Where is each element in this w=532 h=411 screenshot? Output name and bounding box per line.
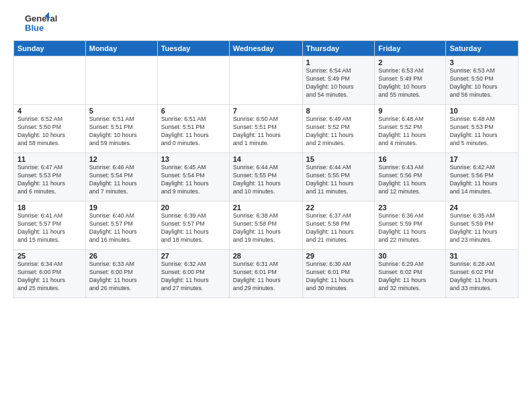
day-number: 16 [378,155,442,163]
day-number: 15 [306,155,371,163]
day-number: 29 [306,252,371,260]
svg-text:General: General [25,13,57,24]
calendar-cell: 21Sunrise: 6:38 AM Sunset: 5:58 PM Dayli… [229,201,302,250]
day-number: 17 [449,155,515,163]
day-info: Sunrise: 6:34 AM Sunset: 6:00 PM Dayligh… [17,261,82,293]
day-number: 19 [89,203,154,212]
calendar-cell: 24Sunrise: 6:35 AM Sunset: 5:59 PM Dayli… [446,201,519,250]
day-number: 21 [233,203,299,212]
calendar-cell [14,56,86,105]
day-info: Sunrise: 6:29 AM Sunset: 6:02 PM Dayligh… [378,261,442,293]
calendar-week-row: 4Sunrise: 6:52 AM Sunset: 5:50 PM Daylig… [14,105,519,153]
header: General Blue [13,11,519,35]
calendar-cell: 25Sunrise: 6:34 AM Sunset: 6:00 PM Dayli… [14,250,86,298]
calendar-cell: 17Sunrise: 6:42 AM Sunset: 5:56 PM Dayli… [446,153,519,201]
day-number: 30 [378,252,442,260]
calendar-cell: 30Sunrise: 6:29 AM Sunset: 6:02 PM Dayli… [375,250,446,298]
day-number: 22 [306,203,371,212]
day-info: Sunrise: 6:42 AM Sunset: 5:56 PM Dayligh… [449,164,515,196]
day-info: Sunrise: 6:39 AM Sunset: 5:57 PM Dayligh… [161,212,226,244]
calendar-cell: 7Sunrise: 6:50 AM Sunset: 5:51 PM Daylig… [229,105,302,153]
day-info: Sunrise: 6:52 AM Sunset: 5:50 PM Dayligh… [17,116,82,148]
calendar-week-row: 1Sunrise: 6:54 AM Sunset: 5:49 PM Daylig… [14,56,519,105]
day-info: Sunrise: 6:43 AM Sunset: 5:56 PM Dayligh… [378,164,442,196]
day-info: Sunrise: 6:41 AM Sunset: 5:57 PM Dayligh… [17,212,82,244]
day-number: 25 [17,252,82,260]
day-info: Sunrise: 6:46 AM Sunset: 5:54 PM Dayligh… [89,164,154,196]
calendar-cell: 13Sunrise: 6:45 AM Sunset: 5:54 PM Dayli… [157,153,229,201]
day-info: Sunrise: 6:51 AM Sunset: 5:51 PM Dayligh… [161,116,226,148]
calendar-week-row: 18Sunrise: 6:41 AM Sunset: 5:57 PM Dayli… [14,201,519,250]
day-info: Sunrise: 6:44 AM Sunset: 5:55 PM Dayligh… [233,164,299,196]
calendar-cell: 11Sunrise: 6:47 AM Sunset: 5:53 PM Dayli… [14,153,86,201]
day-of-week-header: Friday [375,41,446,56]
day-info: Sunrise: 6:51 AM Sunset: 5:51 PM Dayligh… [89,116,154,148]
logo: General Blue [13,11,60,35]
day-of-week-header: Wednesday [229,41,302,56]
calendar-cell: 5Sunrise: 6:51 AM Sunset: 5:51 PM Daylig… [85,105,157,153]
day-info: Sunrise: 6:40 AM Sunset: 5:57 PM Dayligh… [89,212,154,244]
day-number: 9 [378,107,442,115]
day-number: 10 [449,107,515,115]
day-info: Sunrise: 6:48 AM Sunset: 5:52 PM Dayligh… [378,116,442,148]
day-number: 2 [378,58,442,66]
calendar-cell: 29Sunrise: 6:30 AM Sunset: 6:01 PM Dayli… [302,250,375,298]
calendar-table: SundayMondayTuesdayWednesdayThursdayFrid… [13,40,519,298]
calendar-cell: 10Sunrise: 6:48 AM Sunset: 5:53 PM Dayli… [446,105,519,153]
day-number: 31 [449,252,515,260]
day-number: 5 [89,107,154,115]
day-info: Sunrise: 6:48 AM Sunset: 5:53 PM Dayligh… [449,116,515,148]
day-info: Sunrise: 6:36 AM Sunset: 5:59 PM Dayligh… [378,212,442,244]
day-of-week-header: Sunday [14,41,86,56]
logo-icon: General Blue [13,11,60,35]
calendar-week-row: 11Sunrise: 6:47 AM Sunset: 5:53 PM Dayli… [14,153,519,201]
day-number: 27 [161,252,226,260]
day-number: 12 [89,155,154,163]
calendar-cell [229,56,302,105]
day-info: Sunrise: 6:45 AM Sunset: 5:54 PM Dayligh… [161,164,226,196]
day-info: Sunrise: 6:30 AM Sunset: 6:01 PM Dayligh… [306,261,371,293]
day-info: Sunrise: 6:28 AM Sunset: 6:02 PM Dayligh… [449,261,515,293]
day-info: Sunrise: 6:47 AM Sunset: 5:53 PM Dayligh… [17,164,82,196]
day-number: 11 [17,155,82,163]
day-number: 3 [449,58,515,66]
day-info: Sunrise: 6:33 AM Sunset: 6:00 PM Dayligh… [89,261,154,293]
day-info: Sunrise: 6:38 AM Sunset: 5:58 PM Dayligh… [233,212,299,244]
calendar-cell: 8Sunrise: 6:49 AM Sunset: 5:52 PM Daylig… [302,105,375,153]
calendar-cell: 9Sunrise: 6:48 AM Sunset: 5:52 PM Daylig… [375,105,446,153]
calendar-header-row: SundayMondayTuesdayWednesdayThursdayFrid… [14,41,519,56]
day-of-week-header: Monday [85,41,157,56]
calendar-cell: 4Sunrise: 6:52 AM Sunset: 5:50 PM Daylig… [14,105,86,153]
day-info: Sunrise: 6:35 AM Sunset: 5:59 PM Dayligh… [449,212,515,244]
day-info: Sunrise: 6:54 AM Sunset: 5:49 PM Dayligh… [306,67,371,99]
calendar-cell: 6Sunrise: 6:51 AM Sunset: 5:51 PM Daylig… [157,105,229,153]
day-info: Sunrise: 6:44 AM Sunset: 5:55 PM Dayligh… [306,164,371,196]
calendar-cell [157,56,229,105]
day-of-week-header: Saturday [446,41,519,56]
day-of-week-header: Tuesday [157,41,229,56]
calendar-cell: 22Sunrise: 6:37 AM Sunset: 5:58 PM Dayli… [302,201,375,250]
calendar-cell: 18Sunrise: 6:41 AM Sunset: 5:57 PM Dayli… [14,201,86,250]
calendar-cell: 19Sunrise: 6:40 AM Sunset: 5:57 PM Dayli… [85,201,157,250]
day-number: 4 [17,107,82,115]
day-number: 1 [306,58,371,66]
day-number: 28 [233,252,299,260]
calendar-cell: 1Sunrise: 6:54 AM Sunset: 5:49 PM Daylig… [302,56,375,105]
day-info: Sunrise: 6:50 AM Sunset: 5:51 PM Dayligh… [233,116,299,148]
calendar-cell: 28Sunrise: 6:31 AM Sunset: 6:01 PM Dayli… [229,250,302,298]
calendar-cell: 20Sunrise: 6:39 AM Sunset: 5:57 PM Dayli… [157,201,229,250]
svg-text:Blue: Blue [25,23,44,33]
calendar-cell: 23Sunrise: 6:36 AM Sunset: 5:59 PM Dayli… [375,201,446,250]
day-info: Sunrise: 6:53 AM Sunset: 5:49 PM Dayligh… [378,67,442,99]
day-number: 7 [233,107,299,115]
day-info: Sunrise: 6:49 AM Sunset: 5:52 PM Dayligh… [306,116,371,148]
calendar-cell: 26Sunrise: 6:33 AM Sunset: 6:00 PM Dayli… [85,250,157,298]
day-info: Sunrise: 6:53 AM Sunset: 5:50 PM Dayligh… [449,67,515,99]
day-number: 14 [233,155,299,163]
calendar-cell: 15Sunrise: 6:44 AM Sunset: 5:55 PM Dayli… [302,153,375,201]
day-number: 6 [161,107,226,115]
calendar-cell: 12Sunrise: 6:46 AM Sunset: 5:54 PM Dayli… [85,153,157,201]
day-info: Sunrise: 6:32 AM Sunset: 6:00 PM Dayligh… [161,261,226,293]
day-of-week-header: Thursday [302,41,375,56]
calendar-week-row: 25Sunrise: 6:34 AM Sunset: 6:00 PM Dayli… [14,250,519,298]
